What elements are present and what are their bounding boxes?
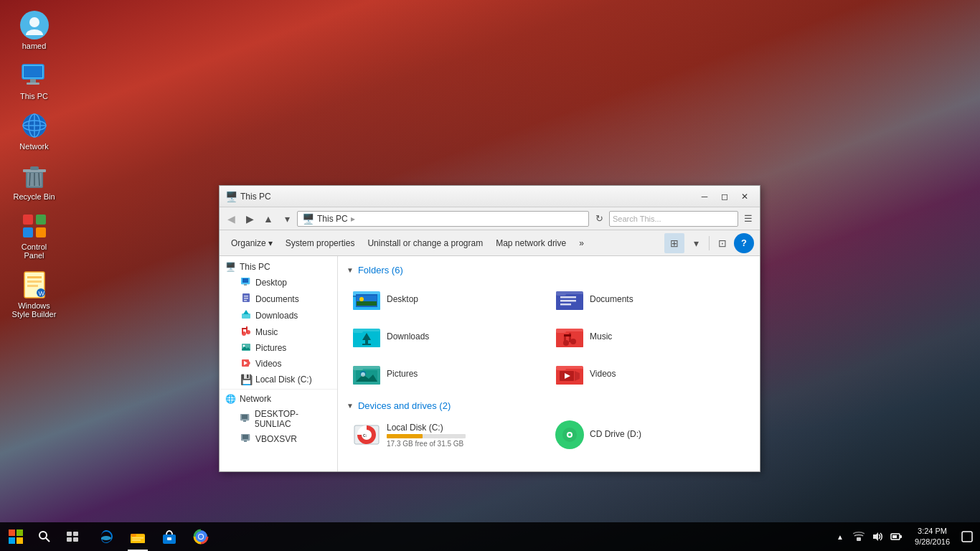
more-ribbon-button[interactable]: » xyxy=(573,233,590,253)
sidebar-item-desktop-5unliac[interactable]: DESKTOP-5UNLIAC xyxy=(220,407,337,431)
task-view-button[interactable] xyxy=(59,522,88,551)
search-box[interactable]: Search This... xyxy=(609,211,738,227)
local-disk-fill xyxy=(387,434,423,438)
sidebar-network-icon: 🌐 xyxy=(225,394,236,404)
sidebar-item-music[interactable]: Music xyxy=(220,324,337,340)
desktop-icon-this-pc[interactable]: This PC xyxy=(7,57,61,104)
sidebar-item-videos[interactable]: Videos xyxy=(220,356,337,372)
taskbar-clock[interactable]: 3:24 PM 9/28/2016 xyxy=(909,522,956,551)
battery-tray-icon[interactable] xyxy=(887,524,905,550)
forward-button[interactable]: ▶ xyxy=(241,210,258,227)
network-tray-icon[interactable] xyxy=(850,524,867,550)
svg-point-109 xyxy=(39,532,47,539)
sidebar-this-pc-label: This PC xyxy=(240,262,270,272)
svg-rect-67 xyxy=(560,303,571,306)
folders-collapse-arrow[interactable]: ▼ xyxy=(347,266,354,274)
map-network-button[interactable]: Map network drive xyxy=(490,233,572,253)
sidebar-documents-label: Documents xyxy=(255,294,299,304)
maximize-button[interactable]: ◻ xyxy=(715,189,734,204)
sidebar-desktop-icon xyxy=(240,277,252,288)
folder-downloads-icon xyxy=(352,322,381,351)
desktop-icon-network[interactable]: Network xyxy=(7,108,61,154)
sidebar-section-this-pc[interactable]: 🖥️ This PC xyxy=(220,259,337,275)
address-path-field[interactable]: 🖥️ This PC ▸ xyxy=(297,211,589,227)
folder-item-pictures[interactable]: Pictures xyxy=(347,356,548,392)
sidebar-item-vboxsvr[interactable]: VBOXSVR xyxy=(220,431,337,447)
folder-item-downloads[interactable]: Downloads xyxy=(347,319,548,354)
up-button[interactable]: ▲ xyxy=(260,210,277,227)
folders-section-header: ▼ Folders (6) xyxy=(347,265,751,276)
sidebar-pictures-label: Pictures xyxy=(255,343,286,353)
folder-item-documents[interactable]: Documents xyxy=(550,281,751,317)
taskbar-chrome-button[interactable] xyxy=(185,522,217,551)
desktop-icon-user[interactable]: hamed xyxy=(7,7,61,54)
desktop-icon-recycle-bin[interactable]: Recycle Bin xyxy=(7,158,61,204)
drives-collapse-arrow[interactable]: ▼ xyxy=(347,402,354,410)
refresh-button[interactable]: ↻ xyxy=(590,210,608,227)
desktop-icon-control-panel[interactable]: Control Panel xyxy=(7,208,61,263)
sidebar-item-local-disk[interactable]: 💾 Local Disk (C:) xyxy=(220,372,337,387)
title-bar-controls: ─ ◻ ✕ xyxy=(695,189,754,204)
desktop-icon-windows-style-builder[interactable]: W Windows Style Builder xyxy=(7,267,61,322)
search-placeholder: Search This... xyxy=(613,215,661,223)
explorer-title: This PC xyxy=(240,192,271,202)
drive-item-cd[interactable]: CD Drive (D:) xyxy=(550,417,751,453)
local-disk-icon: C: xyxy=(352,420,381,449)
style-builder-icon-label: Windows Style Builder xyxy=(11,301,57,319)
svg-rect-119 xyxy=(132,537,143,539)
sidebar-item-pictures[interactable]: Pictures xyxy=(220,340,337,356)
svg-point-115 xyxy=(101,536,111,540)
start-button[interactable] xyxy=(1,522,30,551)
minimize-button[interactable]: ─ xyxy=(695,189,714,204)
taskbar-file-explorer-button[interactable] xyxy=(122,522,154,551)
user-icon-label: hamed xyxy=(22,42,47,50)
volume-tray-icon[interactable] xyxy=(869,524,886,550)
system-hidden-icons-button[interactable]: ▲ xyxy=(831,524,849,550)
folder-item-music[interactable]: Music xyxy=(550,319,751,354)
sidebar-videos-label: Videos xyxy=(255,359,281,369)
folder-item-videos[interactable]: Videos xyxy=(550,356,751,392)
system-properties-button[interactable]: System properties xyxy=(280,233,361,253)
search-expand-button[interactable]: ☰ xyxy=(740,210,757,227)
svg-line-13 xyxy=(29,173,30,186)
sidebar-item-desktop[interactable]: Desktop xyxy=(220,275,337,291)
svg-text:W: W xyxy=(38,290,44,297)
ribbon-right-controls: ⊞ ▾ ⊡ ? xyxy=(664,233,754,253)
notification-button[interactable] xyxy=(956,522,979,551)
svg-text:C:: C: xyxy=(363,433,367,438)
svg-rect-105 xyxy=(9,529,15,536)
folders-grid: Desktop xyxy=(347,281,751,392)
folder-videos-icon xyxy=(555,359,584,388)
svg-rect-79 xyxy=(569,333,571,342)
svg-point-1 xyxy=(26,29,43,35)
explorer-body: 🖥️ This PC Desktop Documents xyxy=(220,256,760,471)
drive-item-local-disk[interactable]: C: Local Disk (C:) 17.3 GB free of 31.5 … xyxy=(347,417,548,453)
recent-locations-button[interactable]: ▾ xyxy=(278,210,296,227)
taskbar-search-button[interactable] xyxy=(30,522,59,551)
taskbar-edge-button[interactable] xyxy=(90,522,122,551)
svg-rect-132 xyxy=(892,535,897,538)
folder-item-desktop[interactable]: Desktop xyxy=(347,281,548,317)
svg-rect-58 xyxy=(353,296,356,297)
preview-pane-button[interactable]: ⊡ xyxy=(712,233,732,253)
organize-button[interactable]: Organize ▾ xyxy=(225,233,278,253)
folder-desktop-icon xyxy=(352,285,381,314)
svg-rect-32 xyxy=(244,296,248,297)
svg-rect-73 xyxy=(362,344,371,345)
uninstall-button[interactable]: Uninstall or change a program xyxy=(362,233,489,253)
taskbar-store-button[interactable] xyxy=(154,522,185,551)
main-content: ▼ Folders (6) xyxy=(338,256,760,471)
sidebar-network-label: Network xyxy=(240,394,271,404)
sidebar-item-documents[interactable]: Documents xyxy=(220,291,337,307)
view-details-button[interactable]: ⊞ xyxy=(664,233,684,253)
organize-label: Organize xyxy=(231,238,266,248)
clock-date: 9/28/2016 xyxy=(915,537,950,547)
folder-documents-label: Documents xyxy=(590,294,633,304)
close-button[interactable]: ✕ xyxy=(735,189,754,204)
help-button[interactable]: ? xyxy=(734,233,754,253)
sidebar-section-network[interactable]: 🌐 Network xyxy=(220,391,337,407)
view-toggle-button[interactable]: ▾ xyxy=(686,233,706,253)
svg-rect-60 xyxy=(357,301,377,306)
sidebar-item-downloads[interactable]: Downloads xyxy=(220,307,337,324)
back-button[interactable]: ◀ xyxy=(222,210,240,227)
